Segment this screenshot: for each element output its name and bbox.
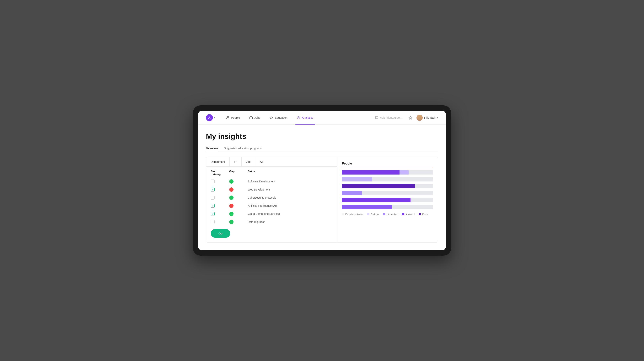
legend-beginner: Beginner — [367, 213, 379, 215]
device-frame: ▾ People Jobs — [193, 105, 451, 256]
bar-segment — [415, 184, 433, 188]
gap-dot-2 — [229, 187, 234, 192]
tab-bar: Overview Suggested education programs — [206, 147, 438, 152]
svg-point-1 — [227, 116, 228, 117]
go-button[interactable]: Go — [211, 229, 230, 238]
bar-segment — [342, 191, 362, 195]
checkbox-1[interactable] — [211, 180, 214, 183]
user-chevron-icon: ▾ — [437, 116, 438, 119]
gap-dot-6 — [229, 220, 234, 224]
bar-container-6 — [342, 205, 433, 209]
legend-dot-expert — [419, 213, 421, 215]
bar-segment — [408, 170, 433, 175]
search-bar[interactable]: Ask talentguide... — [375, 116, 402, 119]
bar-segment — [362, 191, 433, 195]
checkmark-icon: ✓ — [212, 188, 214, 191]
logo-chevron-icon[interactable]: ▾ — [214, 116, 215, 119]
legend-expert: Expert — [419, 213, 428, 215]
col-skills: Skills — [248, 170, 332, 176]
tab-overview[interactable]: Overview — [206, 147, 218, 152]
avatar — [416, 115, 423, 121]
bar-row-6 — [342, 205, 433, 209]
bar-row-1 — [342, 170, 433, 175]
bar-container-1 — [342, 170, 433, 175]
page-title: My insights — [206, 132, 438, 141]
filter-it[interactable]: IT — [230, 157, 242, 166]
checkbox-2[interactable]: ✓ — [211, 188, 214, 191]
checkbox-6[interactable] — [211, 220, 214, 224]
bar-segment — [342, 198, 410, 202]
svg-point-3 — [298, 117, 299, 118]
skill-1: Software Development — [248, 180, 332, 183]
header-divider — [342, 167, 433, 167]
bar-segment — [342, 184, 415, 188]
table-row: ✓ Artificial Intelligence (AI) — [206, 202, 337, 210]
main-content: My insights Overview Suggested education… — [198, 125, 446, 250]
filter-department[interactable]: Department — [206, 157, 230, 166]
content-grid: Department IT Job All Find training Gap … — [206, 157, 438, 243]
screen: ▾ People Jobs — [198, 111, 446, 250]
legend-expertise-unknown: Expertise unknown — [342, 213, 363, 215]
legend-dot-expertise-unknown — [342, 213, 344, 215]
svg-point-0 — [209, 117, 210, 117]
filter-all[interactable]: All — [255, 157, 268, 166]
gap-dot-1 — [229, 179, 234, 184]
nav-education[interactable]: Education — [268, 115, 289, 120]
bar-row-5 — [342, 198, 433, 202]
skill-6: Data migration — [248, 220, 332, 223]
table-row: ✓ Cloud Computing Services — [206, 210, 337, 218]
legend-dot-beginner — [367, 213, 370, 215]
nav-actions: Filip Tack ▾ — [408, 115, 438, 121]
legend: Expertise unknown Beginner Intermediate — [342, 213, 433, 215]
bar-segment — [342, 177, 372, 181]
people-header: People — [342, 162, 433, 165]
legend-dot-intermediate — [383, 213, 385, 215]
filter-job[interactable]: Job — [242, 157, 256, 166]
gap-dot-4 — [229, 204, 234, 208]
bar-row-4 — [342, 191, 433, 195]
checkbox-5[interactable]: ✓ — [211, 212, 214, 216]
nav-jobs[interactable]: Jobs — [248, 115, 262, 120]
checkbox-3[interactable] — [211, 196, 214, 200]
bar-segment — [392, 205, 433, 209]
nav-logo[interactable]: ▾ — [206, 114, 215, 121]
bar-row-3 — [342, 184, 433, 188]
bar-segment — [410, 198, 434, 202]
checkmark-icon: ✓ — [212, 204, 214, 207]
filters: Department IT Job All — [206, 157, 337, 167]
bar-container-4 — [342, 191, 433, 195]
table-header: Find training Gap Skills — [206, 167, 337, 177]
checkmark-icon: ✓ — [212, 212, 214, 215]
bar-container-2 — [342, 177, 433, 181]
legend-advanced: Advanced — [402, 213, 415, 215]
col-find-training: Find training — [211, 170, 226, 176]
skill-3: Cybersecurity protocols — [248, 196, 332, 199]
bar-container-5 — [342, 198, 433, 202]
svg-rect-2 — [250, 117, 252, 119]
skill-2: Web Development — [248, 188, 332, 191]
user-menu[interactable]: Filip Tack ▾ — [416, 115, 438, 121]
checkbox-4[interactable]: ✓ — [211, 204, 214, 208]
table-row: Software Development — [206, 177, 337, 186]
bar-row-2 — [342, 177, 433, 181]
table-row: ✓ Web Development — [206, 186, 337, 194]
navigation: ▾ People Jobs — [198, 111, 446, 125]
skill-5: Cloud Computing Services — [248, 212, 332, 215]
search-placeholder: Ask talentguide... — [380, 116, 402, 119]
bar-segment — [372, 177, 433, 181]
tab-suggested-education[interactable]: Suggested education programs — [224, 147, 262, 152]
sparkle-icon[interactable] — [408, 116, 412, 120]
bar-segment — [400, 170, 408, 175]
gap-dot-3 — [229, 196, 234, 200]
gap-dot-5 — [229, 212, 234, 216]
legend-dot-advanced — [402, 213, 404, 215]
legend-intermediate: Intermediate — [383, 213, 398, 215]
col-gap: Gap — [229, 170, 245, 176]
table-row: Data migration — [206, 218, 337, 226]
nav-analytics[interactable]: Analytics — [295, 115, 315, 120]
skill-4: Artificial Intelligence (AI) — [248, 204, 332, 207]
left-panel: Department IT Job All Find training Gap … — [206, 157, 337, 242]
right-panel: People — [337, 157, 438, 242]
user-name: Filip Tack — [424, 116, 435, 119]
nav-people[interactable]: People — [224, 115, 242, 120]
